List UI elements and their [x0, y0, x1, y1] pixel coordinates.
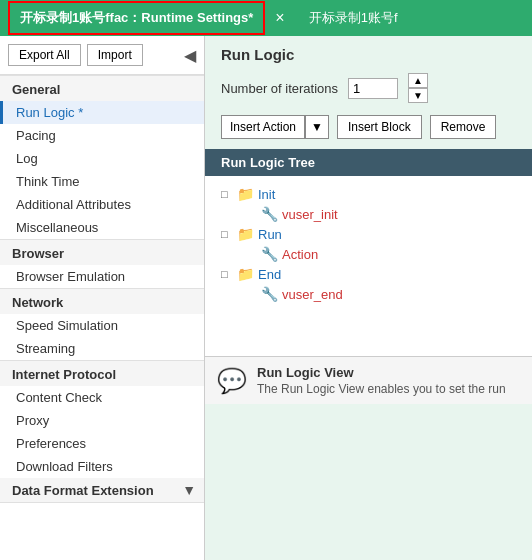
sidebar-item-proxy[interactable]: Proxy	[0, 409, 204, 432]
sidebar-item-speed-simulation[interactable]: Speed Simulation	[0, 314, 204, 337]
sidebar-item-run-logic[interactable]: Run Logic *	[0, 101, 204, 124]
sidebar-item-browser-emulation[interactable]: Browser Emulation	[0, 265, 204, 288]
folder-init-icon: 📁	[237, 186, 254, 202]
sidebar-item-think-time[interactable]: Think Time	[0, 170, 204, 193]
folder-run-icon: 📁	[237, 226, 254, 242]
close-button[interactable]: ×	[269, 9, 290, 27]
sidebar-item-streaming[interactable]: Streaming	[0, 337, 204, 360]
section-header-browser: Browser	[0, 239, 204, 265]
folder-end-icon: 📁	[237, 266, 254, 282]
action-vuser-end-icon: 🔧	[261, 286, 278, 302]
main-container: Export All Import ◀ General Run Logic * …	[0, 36, 532, 560]
bottom-panel: 💬 Run Logic View The Run Logic View enab…	[205, 356, 532, 404]
sidebar-toolbar: Export All Import ◀	[0, 36, 204, 75]
inactive-tab[interactable]: 开标录制1账号f	[299, 3, 408, 33]
tree-node-run: □ 📁 Run	[221, 224, 516, 244]
export-all-button[interactable]: Export All	[8, 44, 81, 66]
tree-node-vuser-end: 🔧 vuser_end	[245, 284, 516, 304]
sidebar-item-log[interactable]: Log	[0, 147, 204, 170]
content-title: Run Logic	[205, 36, 532, 69]
insert-action-dropdown: Insert Action ▼	[221, 115, 329, 139]
tree-node-end: □ 📁 End	[221, 264, 516, 284]
iterations-down-button[interactable]: ▼	[408, 88, 428, 103]
run-label: Run	[258, 227, 282, 242]
bottom-title: Run Logic View	[257, 365, 506, 380]
sidebar-item-pacing[interactable]: Pacing	[0, 124, 204, 147]
tree-container: □ 📁 Init 🔧 vuser_init □ 📁 Run 🔧 Action	[205, 176, 532, 356]
init-label: Init	[258, 187, 275, 202]
vuser-init-label[interactable]: vuser_init	[282, 207, 338, 222]
tree-node-vuser-init: 🔧 vuser_init	[245, 204, 516, 224]
section-header-internet-protocol: Internet Protocol	[0, 360, 204, 386]
remove-button[interactable]: Remove	[430, 115, 497, 139]
tree-node-init: □ 📁 Init	[221, 184, 516, 204]
action-vuser-init-icon: 🔧	[261, 206, 278, 222]
sidebar-item-content-check[interactable]: Content Check	[0, 386, 204, 409]
expand-end-icon[interactable]: □	[221, 268, 233, 280]
action-label[interactable]: Action	[282, 247, 318, 262]
section-header-general: General	[0, 75, 204, 101]
iterations-input[interactable]	[348, 78, 398, 99]
iterations-up-button[interactable]: ▲	[408, 73, 428, 88]
insert-block-button[interactable]: Insert Block	[337, 115, 422, 139]
data-format-label: Data Format Extension	[12, 483, 154, 498]
insert-action-button[interactable]: Insert Action	[221, 115, 305, 139]
actions-row: Insert Action ▼ Insert Block Remove	[205, 111, 532, 149]
active-tab[interactable]: 开标录制1账号ffac：Runtime Settings*	[8, 1, 265, 35]
sidebar-item-miscellaneous[interactable]: Miscellaneous	[0, 216, 204, 239]
iterations-label: Number of iterations	[221, 81, 338, 96]
section-header-network: Network	[0, 288, 204, 314]
title-bar: 开标录制1账号ffac：Runtime Settings* × 开标录制1账号f	[0, 0, 532, 36]
bottom-info-icon: 💬	[217, 367, 247, 395]
bottom-body: The Run Logic View enables you to set th…	[257, 382, 506, 396]
tree-node-action: 🔧 Action	[245, 244, 516, 264]
dropdown-arrow-icon: ▼	[182, 482, 196, 498]
expand-init-icon[interactable]: □	[221, 188, 233, 200]
import-button[interactable]: Import	[87, 44, 143, 66]
vuser-end-label[interactable]: vuser_end	[282, 287, 343, 302]
sidebar-item-download-filters[interactable]: Download Filters	[0, 455, 204, 478]
end-label: End	[258, 267, 281, 282]
sidebar-item-additional-attributes[interactable]: Additional Attributes	[0, 193, 204, 216]
sidebar-item-data-format-extension[interactable]: Data Format Extension ▼	[0, 478, 204, 503]
iterations-row: Number of iterations ▲ ▼	[205, 69, 532, 111]
expand-run-icon[interactable]: □	[221, 228, 233, 240]
collapse-arrow-icon[interactable]: ◀	[184, 46, 196, 65]
sidebar: Export All Import ◀ General Run Logic * …	[0, 36, 205, 560]
sidebar-item-preferences[interactable]: Preferences	[0, 432, 204, 455]
tree-section-header: Run Logic Tree	[205, 149, 532, 176]
insert-action-arrow-button[interactable]: ▼	[305, 115, 329, 139]
bottom-text-container: Run Logic View The Run Logic View enable…	[257, 365, 506, 396]
content-panel: Run Logic Number of iterations ▲ ▼ Inser…	[205, 36, 532, 560]
action-action-icon: 🔧	[261, 246, 278, 262]
